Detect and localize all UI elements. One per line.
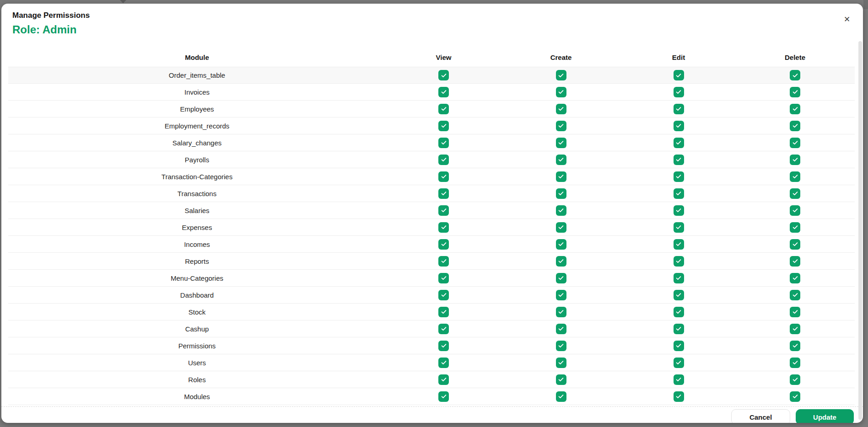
delete-checkbox[interactable] bbox=[790, 290, 800, 300]
edit-checkbox[interactable] bbox=[674, 391, 684, 402]
table-row: Payrolls bbox=[8, 151, 855, 168]
view-checkbox[interactable] bbox=[438, 239, 449, 250]
delete-checkbox[interactable] bbox=[790, 391, 800, 402]
view-checkbox[interactable] bbox=[438, 374, 449, 385]
delete-checkbox[interactable] bbox=[790, 307, 800, 317]
create-cell bbox=[501, 239, 620, 250]
view-checkbox[interactable] bbox=[438, 341, 449, 351]
edit-cell bbox=[620, 138, 737, 148]
table-row: Reports bbox=[8, 253, 855, 270]
delete-checkbox[interactable] bbox=[790, 222, 800, 233]
edit-checkbox[interactable] bbox=[674, 341, 684, 351]
delete-cell bbox=[737, 205, 853, 216]
edit-checkbox[interactable] bbox=[674, 374, 684, 385]
delete-checkbox[interactable] bbox=[790, 256, 800, 267]
edit-checkbox[interactable] bbox=[674, 171, 684, 182]
view-checkbox[interactable] bbox=[438, 87, 449, 97]
edit-checkbox[interactable] bbox=[674, 307, 684, 317]
delete-checkbox[interactable] bbox=[790, 374, 800, 385]
close-icon[interactable]: ✕ bbox=[841, 14, 853, 26]
edit-checkbox[interactable] bbox=[674, 358, 684, 368]
view-checkbox[interactable] bbox=[438, 121, 449, 131]
view-checkbox[interactable] bbox=[438, 104, 449, 114]
create-checkbox[interactable] bbox=[556, 391, 566, 402]
delete-checkbox[interactable] bbox=[790, 324, 800, 334]
view-checkbox[interactable] bbox=[438, 256, 449, 267]
modal-scrollbar-thumb[interactable] bbox=[858, 41, 862, 420]
view-checkbox[interactable] bbox=[438, 222, 449, 233]
view-checkbox[interactable] bbox=[438, 205, 449, 216]
edit-checkbox[interactable] bbox=[674, 121, 684, 131]
column-header-view: View bbox=[386, 53, 501, 61]
create-checkbox[interactable] bbox=[556, 307, 566, 317]
delete-checkbox[interactable] bbox=[790, 138, 800, 148]
delete-checkbox[interactable] bbox=[790, 171, 800, 182]
edit-checkbox[interactable] bbox=[674, 104, 684, 114]
view-cell bbox=[386, 222, 501, 233]
view-checkbox[interactable] bbox=[438, 273, 449, 283]
create-checkbox[interactable] bbox=[556, 290, 566, 300]
create-checkbox[interactable] bbox=[556, 341, 566, 351]
view-checkbox[interactable] bbox=[438, 155, 449, 165]
create-checkbox[interactable] bbox=[556, 273, 566, 283]
create-checkbox[interactable] bbox=[556, 358, 566, 368]
delete-checkbox[interactable] bbox=[790, 205, 800, 216]
create-checkbox[interactable] bbox=[556, 138, 566, 148]
delete-cell bbox=[737, 358, 853, 368]
edit-checkbox[interactable] bbox=[674, 70, 684, 80]
view-checkbox[interactable] bbox=[438, 290, 449, 300]
table-row: Incomes bbox=[8, 236, 855, 253]
cancel-button[interactable]: Cancel bbox=[731, 409, 790, 423]
edit-checkbox[interactable] bbox=[674, 205, 684, 216]
delete-checkbox[interactable] bbox=[790, 87, 800, 97]
edit-checkbox[interactable] bbox=[674, 188, 684, 199]
view-checkbox[interactable] bbox=[438, 391, 449, 402]
background-page-scrollbar bbox=[863, 0, 868, 9]
delete-checkbox[interactable] bbox=[790, 358, 800, 368]
create-checkbox[interactable] bbox=[556, 256, 566, 267]
delete-cell bbox=[737, 138, 853, 148]
edit-checkbox[interactable] bbox=[674, 256, 684, 267]
create-checkbox[interactable] bbox=[556, 188, 566, 199]
delete-checkbox[interactable] bbox=[790, 273, 800, 283]
update-button[interactable]: Update bbox=[796, 409, 854, 423]
delete-checkbox[interactable] bbox=[790, 104, 800, 114]
delete-checkbox[interactable] bbox=[790, 155, 800, 165]
view-checkbox[interactable] bbox=[438, 188, 449, 199]
view-cell bbox=[386, 205, 501, 216]
create-checkbox[interactable] bbox=[556, 70, 566, 80]
delete-checkbox[interactable] bbox=[790, 239, 800, 250]
delete-checkbox[interactable] bbox=[790, 188, 800, 199]
edit-checkbox[interactable] bbox=[674, 222, 684, 233]
create-checkbox[interactable] bbox=[556, 205, 566, 216]
edit-checkbox[interactable] bbox=[674, 324, 684, 334]
view-checkbox[interactable] bbox=[438, 138, 449, 148]
create-checkbox[interactable] bbox=[556, 104, 566, 114]
edit-checkbox[interactable] bbox=[674, 273, 684, 283]
edit-cell bbox=[620, 391, 737, 402]
create-checkbox[interactable] bbox=[556, 239, 566, 250]
edit-checkbox[interactable] bbox=[674, 155, 684, 165]
edit-checkbox[interactable] bbox=[674, 138, 684, 148]
delete-checkbox[interactable] bbox=[790, 121, 800, 131]
view-checkbox[interactable] bbox=[438, 70, 449, 80]
edit-checkbox[interactable] bbox=[674, 87, 684, 97]
view-checkbox[interactable] bbox=[438, 307, 449, 317]
edit-checkbox[interactable] bbox=[674, 239, 684, 250]
create-checkbox[interactable] bbox=[556, 121, 566, 131]
delete-checkbox[interactable] bbox=[790, 341, 800, 351]
edit-checkbox[interactable] bbox=[674, 290, 684, 300]
view-checkbox[interactable] bbox=[438, 358, 449, 368]
create-checkbox[interactable] bbox=[556, 155, 566, 165]
delete-checkbox[interactable] bbox=[790, 70, 800, 80]
view-checkbox[interactable] bbox=[438, 171, 449, 182]
delete-cell bbox=[737, 374, 853, 385]
view-checkbox[interactable] bbox=[438, 324, 449, 334]
create-checkbox[interactable] bbox=[556, 87, 566, 97]
create-checkbox[interactable] bbox=[556, 374, 566, 385]
create-cell bbox=[501, 222, 620, 233]
create-checkbox[interactable] bbox=[556, 222, 566, 233]
create-checkbox[interactable] bbox=[556, 324, 566, 334]
table-row: Users bbox=[8, 354, 855, 371]
create-checkbox[interactable] bbox=[556, 171, 566, 182]
